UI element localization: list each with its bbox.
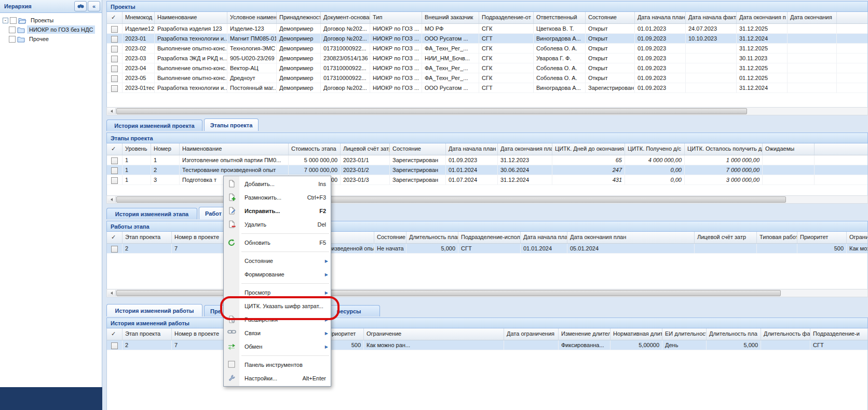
scroll-thumb[interactable] bbox=[116, 108, 747, 114]
column-header[interactable]: Дата окончания bbox=[788, 12, 837, 23]
find-button[interactable] bbox=[74, 1, 87, 11]
table-row[interactable]: Изделие123Разработка изделия 123Изделие-… bbox=[107, 24, 867, 34]
column-header[interactable]: Ограничение bbox=[847, 232, 868, 243]
table-row[interactable]: 2023-02Выполнение опытно-конс...Технолог… bbox=[107, 44, 867, 54]
column-header[interactable]: ✓ bbox=[107, 328, 123, 340]
column-header[interactable]: Документ-основан bbox=[321, 12, 370, 23]
row-checkbox[interactable] bbox=[111, 246, 118, 253]
menu-item-Связи[interactable]: Связи▶ bbox=[224, 326, 331, 340]
column-header[interactable]: Этап проекта bbox=[123, 232, 172, 243]
row-checkbox[interactable] bbox=[111, 177, 118, 184]
column-header[interactable]: Состояние bbox=[374, 232, 406, 243]
column-header[interactable]: ЕИ длительности bbox=[662, 328, 707, 340]
column-header[interactable]: Дата окончания план bbox=[567, 232, 695, 243]
column-header[interactable]: Состояние bbox=[586, 12, 635, 23]
tree-collapse-icon[interactable]: - bbox=[3, 18, 8, 23]
row-checkbox[interactable] bbox=[111, 75, 118, 82]
scroll-thumb[interactable] bbox=[116, 290, 781, 296]
row-checkbox[interactable] bbox=[111, 342, 118, 349]
column-header[interactable]: Ограничение bbox=[364, 328, 504, 340]
column-header[interactable]: Дата ограничения bbox=[504, 328, 559, 340]
column-header[interactable]: ЦИТК. Получено д/с bbox=[625, 143, 685, 155]
projects-hscrollbar[interactable] bbox=[106, 107, 868, 115]
column-header[interactable]: ✓ bbox=[107, 143, 123, 155]
table-row[interactable]: 2023-01тестРазработка технологии и...Пос… bbox=[107, 83, 867, 93]
column-header[interactable]: Лицевой счёт затрат. bbox=[341, 143, 390, 155]
row-checkbox[interactable] bbox=[111, 36, 118, 43]
column-header[interactable]: Внешний заказчик bbox=[422, 12, 479, 23]
column-header[interactable]: Подразделение-от bbox=[479, 12, 534, 23]
table-row[interactable]: 2023-03Разработка ЭКД и РКД н...905-U020… bbox=[107, 54, 867, 63]
menu-item-Просмотр[interactable]: Просмотр▶ bbox=[224, 286, 331, 299]
row-checkbox[interactable] bbox=[111, 167, 118, 174]
column-header[interactable]: Принадлежность bbox=[277, 12, 321, 23]
collapse-sidebar-button[interactable]: « bbox=[88, 1, 100, 11]
column-header[interactable]: Типовая работа bbox=[757, 232, 797, 243]
column-header[interactable]: Дата начала факт. bbox=[686, 12, 737, 23]
menu-item-Добавить...[interactable]: Добавить...Ins bbox=[224, 177, 331, 191]
scroll-thumb[interactable] bbox=[116, 196, 786, 203]
scroll-left-icon[interactable] bbox=[107, 108, 116, 114]
column-header[interactable]: Наименование bbox=[180, 143, 289, 155]
column-header[interactable]: Условное наименова bbox=[227, 12, 277, 23]
row-checkbox[interactable] bbox=[111, 85, 118, 92]
tree-checkbox[interactable] bbox=[10, 17, 17, 24]
works-hscrollbar[interactable] bbox=[106, 289, 868, 297]
column-header[interactable]: Приоритет bbox=[797, 232, 847, 243]
row-checkbox[interactable] bbox=[111, 46, 118, 52]
menu-item-Панель инструментов[interactable]: Панель инструментов bbox=[224, 358, 331, 372]
tab-Этапы проекта[interactable]: Этапы проекта bbox=[204, 118, 259, 131]
column-header[interactable]: Подразделение-и bbox=[810, 328, 868, 340]
table-row[interactable]: 13Подготовка т3 000 000,002023-01/3Зарег… bbox=[107, 175, 867, 185]
tree-checkbox[interactable] bbox=[9, 36, 16, 43]
menu-item-Удалить[interactable]: УдалитьDel bbox=[224, 218, 331, 231]
table-row[interactable]: 2023-05Выполнение опытно-конс...Дредноут… bbox=[107, 73, 867, 83]
menu-item-Исправить...[interactable]: Исправить...F2 bbox=[224, 204, 331, 218]
menu-item-ЦИТК. Указать шифр затрат...[interactable]: ЦИТК. Указать шифр затрат... bbox=[224, 299, 331, 313]
column-header[interactable]: ✓ bbox=[107, 232, 123, 243]
column-header[interactable]: Номер bbox=[151, 143, 180, 155]
tree-item[interactable]: -Проекты bbox=[1, 16, 101, 25]
tab-История изменений работы[interactable]: История изменений работы bbox=[106, 304, 202, 316]
column-header[interactable]: Состояние bbox=[390, 143, 446, 155]
row-checkbox[interactable] bbox=[111, 56, 118, 62]
table-row[interactable]: 27Тестирование произведенной опыт...Не н… bbox=[107, 244, 867, 254]
column-header[interactable]: Ответственный bbox=[534, 12, 586, 23]
tree-checkbox[interactable] bbox=[9, 27, 16, 33]
column-header[interactable]: Мнемокод bbox=[123, 12, 155, 23]
menu-item-Настройки...[interactable]: Настройки...Alt+Enter bbox=[224, 372, 331, 385]
column-header[interactable]: Дата начала план. bbox=[635, 12, 686, 23]
tree-item[interactable]: НИОКР по ГОЗ без НДС bbox=[1, 25, 101, 34]
column-header[interactable]: Дата окончания план bbox=[498, 143, 552, 155]
column-header[interactable]: ✓ bbox=[107, 12, 123, 23]
column-header[interactable]: Ожидаемы bbox=[763, 143, 815, 155]
table-row[interactable]: 27Тестирование произве...500Как можно ра… bbox=[107, 340, 867, 350]
tab-История изменений этапа[interactable]: История изменений этапа bbox=[106, 208, 197, 219]
row-checkbox[interactable] bbox=[111, 26, 118, 33]
column-header[interactable]: Дата окончания п bbox=[737, 12, 788, 23]
column-header[interactable]: Изменение длител bbox=[559, 328, 611, 340]
row-checkbox[interactable] bbox=[111, 157, 118, 164]
row-checkbox[interactable] bbox=[111, 65, 118, 72]
menu-item-Состояние[interactable]: Состояние▶ bbox=[224, 254, 331, 268]
menu-item-Формирование[interactable]: Формирование▶ bbox=[224, 268, 331, 281]
column-header[interactable]: Уровень bbox=[123, 143, 151, 155]
column-header[interactable]: Этап проекта bbox=[123, 328, 172, 340]
column-header[interactable]: ЦИТК. Осталось получить д/с bbox=[685, 143, 763, 155]
stages-hscrollbar[interactable] bbox=[106, 195, 868, 204]
menu-item-Размножить...[interactable]: Размножить...Ctrl+F3 bbox=[224, 191, 331, 204]
column-header[interactable]: Длительность пла bbox=[707, 328, 761, 340]
menu-item-Расширения[interactable]: Расширения▶ bbox=[224, 313, 331, 326]
column-header[interactable]: Тип bbox=[370, 12, 422, 23]
column-header[interactable]: Наименование bbox=[155, 12, 227, 23]
scroll-left-icon[interactable] bbox=[107, 196, 116, 203]
tree-item[interactable]: Прочее bbox=[1, 34, 101, 44]
menu-item-Обмен[interactable]: Обмен▶ bbox=[224, 340, 331, 353]
table-row[interactable]: 2023-01Разработка технологии и...Магнит … bbox=[107, 34, 867, 44]
menu-item-Обновить[interactable]: ОбновитьF5 bbox=[224, 236, 331, 249]
column-header[interactable]: Подразделение-исполнитель.. bbox=[458, 232, 521, 243]
tab-История изменений проекта[interactable]: История изменений проекта bbox=[106, 120, 202, 131]
table-row[interactable]: 12Тестирование произведенной опыт7 000 0… bbox=[107, 165, 867, 175]
column-header[interactable]: Дата начала план. bbox=[521, 232, 567, 243]
table-row[interactable]: 2023-04Выполнение опытно-конс...Вектор-А… bbox=[107, 63, 867, 73]
